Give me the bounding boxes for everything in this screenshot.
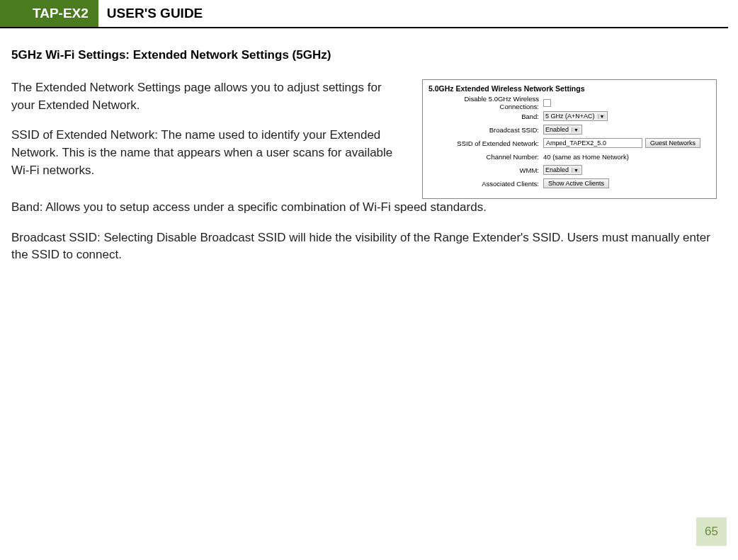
row-wmm: WMM: Enabled ▼	[428, 164, 710, 176]
page-content: 5GHz Wi-Fi Settings: Extended Network Se…	[0, 28, 738, 264]
row-broadcast: Broadcast SSID: Enabled ▼	[428, 124, 710, 135]
panel-title: 5.0GHz Extended Wireless Network Setting…	[428, 84, 710, 93]
ssid-input-value: Amped_TAPEX2_5.0	[546, 139, 606, 147]
wmm-select-value: Enabled	[545, 166, 569, 173]
paragraph-ssid: SSID of Extended Network: The name used …	[11, 127, 408, 179]
broadcast-select[interactable]: Enabled ▼	[543, 125, 582, 135]
row-clients: Associated Clients: Show Active Clients	[428, 178, 710, 189]
wmm-select[interactable]: Enabled ▼	[543, 165, 582, 175]
label-disable: Disable 5.0GHz Wireless Connections:	[428, 95, 543, 110]
paragraph-intro: The Extended Network Settings page allow…	[11, 79, 408, 114]
channel-value: 40 (same as Home Network)	[543, 153, 629, 161]
show-active-clients-button[interactable]: Show Active Clients	[543, 178, 609, 188]
label-channel: Channel Number:	[428, 153, 543, 161]
label-band: Band:	[428, 113, 543, 120]
page-number: 65	[696, 518, 727, 546]
label-ssid-field: SSID of Extended Network:	[428, 139, 543, 147]
body-wrap: The Extended Network Settings page allow…	[11, 79, 717, 199]
band-select[interactable]: 5 GHz (A+N+AC) ▼	[543, 111, 608, 121]
paragraph-band: Band: Allows you to setup access under a…	[11, 199, 717, 217]
row-ssid: SSID of Extended Network: Amped_TAPEX2_5…	[428, 137, 710, 149]
row-disable: Disable 5.0GHz Wireless Connections:	[428, 97, 710, 108]
page-header: TAP-EX2 USER'S GUIDE	[0, 0, 728, 28]
ssid-input[interactable]: Amped_TAPEX2_5.0	[543, 138, 642, 148]
chevron-down-icon: ▼	[598, 114, 606, 119]
label-clients: Associated Clients:	[428, 180, 543, 188]
band-select-value: 5 GHz (A+N+AC)	[545, 113, 595, 120]
chevron-down-icon: ▼	[572, 168, 580, 173]
broadcast-select-value: Enabled	[545, 126, 569, 133]
text-column: The Extended Network Settings page allow…	[11, 79, 408, 192]
product-badge: TAP-EX2	[0, 0, 98, 27]
paragraph-broadcast: Broadcast SSID: Selecting Disable Broadc…	[11, 229, 717, 264]
settings-screenshot: 5.0GHz Extended Wireless Network Setting…	[422, 79, 717, 199]
guest-networks-button[interactable]: Guest Networks	[645, 138, 700, 148]
label-broadcast: Broadcast SSID:	[428, 126, 543, 134]
label-wmm: WMM:	[428, 166, 543, 174]
section-heading: 5GHz Wi-Fi Settings: Extended Network Se…	[11, 48, 717, 62]
disable-checkbox[interactable]	[543, 99, 551, 107]
chevron-down-icon: ▼	[572, 127, 580, 132]
row-band: Band: 5 GHz (A+N+AC) ▼	[428, 110, 710, 122]
guide-title: USER'S GUIDE	[98, 0, 203, 27]
product-code: TAP-EX2	[33, 6, 89, 21]
row-channel: Channel Number: 40 (same as Home Network…	[428, 151, 710, 162]
